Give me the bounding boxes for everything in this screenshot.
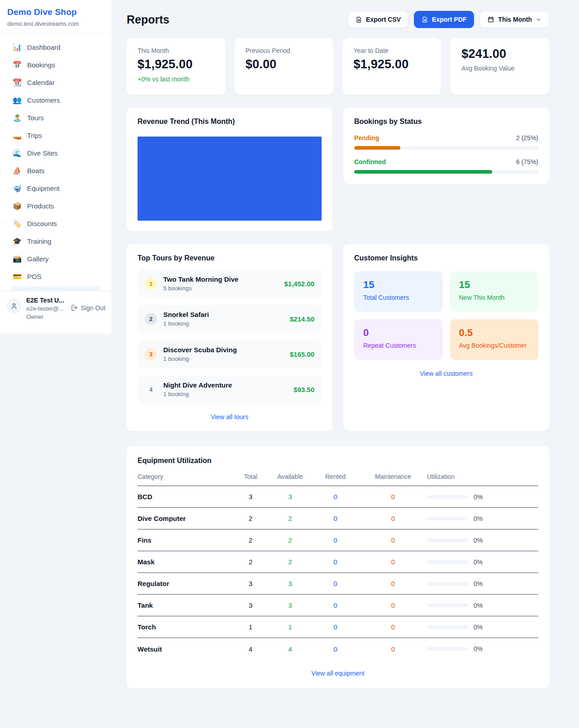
training-icon: 🎓 [13, 237, 21, 246]
utilization-bar-track [427, 625, 468, 629]
cell-maintenance: 0 [359, 580, 427, 587]
cell-available: 3 [269, 580, 312, 587]
cell-available: 2 [269, 515, 312, 522]
cell-utilization: 0% [427, 558, 538, 566]
tile-value: 15 [363, 279, 434, 291]
sidebar-item-dive-sites[interactable]: 🌊Dive Sites [5, 144, 106, 162]
table-row: Wetsuit 4 4 0 0 0% [138, 638, 538, 660]
column-header-maintenance: Maintenance [359, 473, 427, 480]
cell-category: Mask [138, 558, 233, 566]
sidebar-item-reports-active-partial[interactable] [11, 286, 101, 291]
shop-name: Demo Dive Shop [7, 7, 104, 17]
sidebar-item-products[interactable]: 📦Products [5, 197, 106, 215]
sign-out-button[interactable]: Sign Out [70, 304, 105, 312]
status-row-pending: Pending 2 (25%) [354, 134, 538, 150]
table-row: Regulator 3 3 0 0 0% [138, 573, 538, 595]
view-all-tours-link[interactable]: View all tours [138, 413, 322, 421]
cell-total: 3 [233, 493, 269, 501]
utilization-percent: 0% [474, 602, 483, 609]
stat-card-previous-period: Previous Period $0.00 [235, 38, 333, 95]
cell-maintenance: 0 [359, 623, 427, 631]
sidebar-item-label: Discounts [27, 220, 57, 227]
sidebar-item-label: Dive Sites [27, 149, 58, 157]
sidebar-item-bookings[interactable]: 📅Bookings [5, 56, 106, 74]
cell-utilization: 0% [427, 493, 538, 501]
sidebar-item-boats[interactable]: ⛵Boats [5, 162, 106, 180]
sidebar-item-calendar[interactable]: 📆Calendar [5, 74, 106, 91]
view-all-customers-link[interactable]: View all customers [354, 370, 538, 377]
cell-maintenance: 0 [359, 515, 427, 522]
sidebar-item-pos[interactable]: 💳POS [5, 268, 106, 285]
cell-total: 2 [233, 515, 269, 522]
export-pdf-button[interactable]: Export PDF [414, 11, 474, 28]
equipment-utilization-card: Equipment Utilization Category Total Ava… [127, 446, 549, 689]
stat-card-avg-booking-value: $241.00 Avg Booking Value [451, 38, 549, 95]
sidebar-item-training[interactable]: 🎓Training [5, 232, 106, 250]
stat-value: $1,925.00 [354, 57, 431, 71]
insight-tiles: 15 Total Customers 15 New This Month 0 R… [354, 271, 538, 360]
export-csv-label: Export CSV [366, 16, 401, 23]
sidebar-item-tours[interactable]: 🏝️Tours [5, 109, 106, 127]
stat-card-this-month: This Month $1,925.00 +0% vs last month [127, 38, 225, 95]
sidebar-item-trips[interactable]: 🚤Trips [5, 127, 106, 144]
utilization-bar-track [427, 517, 468, 520]
sidebar-item-dashboard[interactable]: 📊Dashboard [5, 38, 106, 56]
export-csv-button[interactable]: Export CSV [348, 11, 408, 28]
customers-icon: 👥 [13, 96, 21, 104]
user-email: e2e-tester@... [26, 305, 66, 312]
utilization-percent: 0% [474, 580, 483, 587]
tour-bookings: 5 bookings [163, 285, 278, 292]
table-row: Mask 2 2 0 0 0% [138, 551, 538, 573]
trips-icon: 🚤 [13, 131, 21, 140]
cell-available: 3 [269, 601, 312, 609]
stat-value: $1,925.00 [138, 57, 214, 71]
cell-category: Tank [138, 601, 233, 609]
cell-utilization: 0% [427, 580, 538, 587]
dashboard-icon: 📊 [13, 43, 21, 52]
customer-insights-card: Customer Insights 15 Total Customers 15 … [343, 244, 549, 431]
utilization-bar-track [427, 604, 468, 607]
utilization-percent: 0% [474, 493, 483, 501]
status-bar-track [354, 170, 538, 174]
equipment-table: Category Total Available Rented Maintena… [138, 473, 538, 660]
tour-row: 1 Two Tank Morning Dive 5 bookings $1,45… [138, 269, 322, 298]
tile-avg-bookings-customer: 0.5 Avg Bookings/Customer [450, 319, 539, 360]
cell-rented: 0 [312, 645, 359, 653]
cell-maintenance: 0 [359, 536, 427, 544]
sidebar-item-equipment[interactable]: 🤿Equipment [5, 180, 106, 197]
table-row: Tank 3 3 0 0 0% [138, 595, 538, 616]
cell-maintenance: 0 [359, 601, 427, 609]
period-select[interactable]: This Month [479, 11, 549, 28]
pos-icon: 💳 [13, 272, 21, 281]
bookings-by-status-card: Bookings by Status Pending 2 (25%) Confi… [343, 108, 549, 184]
tile-value: 0 [363, 327, 434, 339]
cell-category: Torch [138, 623, 233, 631]
stat-label: Previous Period [246, 47, 323, 54]
sidebar-item-label: Bookings [27, 61, 55, 69]
tour-bookings: 1 booking [163, 391, 287, 397]
cell-rented: 0 [312, 601, 359, 609]
stat-card-year-to-date: Year to Date $1,925.00 [343, 38, 441, 95]
utilization-bar-track [427, 560, 468, 564]
dive-sites-icon: 🌊 [13, 149, 21, 157]
boats-icon: ⛵ [13, 166, 21, 175]
cell-utilization: 0% [427, 645, 538, 652]
cell-available: 4 [269, 645, 312, 653]
stat-label: Avg Booking Value [461, 65, 538, 72]
stat-value: $0.00 [246, 57, 323, 71]
stat-change: +0% vs last month [138, 76, 214, 83]
cell-category: BCD [138, 493, 233, 501]
sidebar-item-gallery[interactable]: 📸Gallery [5, 250, 106, 268]
stat-label: This Month [138, 47, 214, 54]
sidebar-item-discounts[interactable]: 🏷️Discounts [5, 215, 106, 232]
cell-utilization: 0% [427, 602, 538, 609]
table-row: BCD 3 3 0 0 0% [138, 486, 538, 508]
view-all-equipment-link[interactable]: View all equipment [138, 670, 538, 677]
sidebar-item-customers[interactable]: 👥Customers [5, 91, 106, 109]
utilization-bar-track [427, 647, 468, 651]
cell-utilization: 0% [427, 624, 538, 631]
sidebar-item-label: Boats [27, 167, 44, 175]
rank-badge: 1 [145, 278, 157, 290]
status-bar-track [354, 146, 538, 150]
tile-label: New This Month [459, 294, 530, 301]
